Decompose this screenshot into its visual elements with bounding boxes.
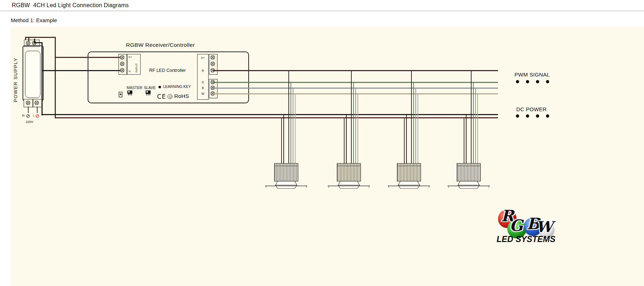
wire-vminus-to-controller — [42, 70, 120, 71]
wire-vplus-hook — [25, 37, 26, 40]
power-supply-label: POWER SUPPLY — [13, 49, 18, 102]
light1-wire-r — [288, 71, 289, 163]
terminal-n-label: N — [22, 114, 25, 117]
wire-vplus-psu-stub — [28, 37, 29, 41]
learning-key-led-icon — [158, 86, 161, 88]
light3-wire-g — [413, 83, 414, 163]
pb-free-icon — [167, 94, 172, 99]
controller-output-labels: V+ R G B W — [197, 54, 209, 100]
light2-wire-b — [355, 88, 356, 163]
learning-key-label: LEARNING KEY — [163, 84, 191, 89]
wire-dc-minus-bus — [42, 114, 498, 115]
pwm-signal-label: PWM SIGNAL — [514, 72, 550, 78]
light3-wire-w — [418, 94, 418, 163]
output-g-label: G — [197, 80, 208, 84]
connector-port-icon — [118, 92, 123, 98]
master-dip-switch-icon — [127, 90, 133, 96]
downlight — [265, 163, 308, 191]
voltage-label: 220V — [26, 120, 33, 124]
neutral-icon — [26, 114, 30, 118]
light1-wire-vminus — [283, 115, 284, 163]
input-vminus-label: V- — [128, 70, 131, 73]
wire-r-bus — [213, 70, 498, 71]
screw-icon — [120, 68, 125, 73]
screw-icon — [120, 61, 125, 66]
light1-wire-b — [293, 88, 293, 163]
psu-inner-panel — [25, 51, 40, 98]
screw-icon — [26, 41, 30, 45]
light3-wire-r — [411, 71, 412, 163]
light4-wire-w — [477, 94, 478, 163]
rohs-label: RoHS — [174, 93, 189, 99]
slave-label: SLAVE — [144, 85, 156, 90]
psu-n-lead — [28, 107, 29, 113]
light3-wire-vminus — [406, 115, 407, 163]
method-subtitle: Method 1: Example — [11, 17, 57, 23]
logo-letter-g: G — [509, 216, 523, 235]
light4-wire-vminus — [466, 115, 467, 163]
dc-power-dots — [516, 114, 549, 118]
light4-wire-b — [475, 88, 476, 163]
downlight — [387, 163, 430, 191]
diagram-page: RGBW 4CH Led Light Connection Diagrams M… — [0, 0, 644, 286]
screw-icon — [26, 100, 30, 105]
input-vplus-label: V+ — [128, 55, 132, 59]
output-r-label: R — [197, 69, 208, 73]
controller-input-labels: V+ V- INPUT — [127, 54, 141, 75]
light1-wire-vplus — [281, 118, 282, 163]
output-b-label: B — [197, 86, 208, 90]
terminal-l-label: L — [33, 114, 35, 117]
light1-wire-g — [291, 83, 291, 163]
light3-wire-vplus — [404, 118, 405, 163]
screw-icon — [120, 55, 125, 60]
wire-vplus-to-controller — [55, 57, 120, 58]
light2-wire-vplus — [344, 118, 345, 163]
controller-title: RGBW Receiver/Controller — [126, 42, 195, 48]
logo-letter-w: W — [536, 218, 553, 236]
page-title: RGBW 4CH Led Light Connection Diagrams — [12, 2, 129, 9]
live-icon — [35, 114, 39, 118]
downlight — [327, 163, 370, 191]
ce-mark: CE — [157, 93, 166, 100]
output-vplus-label: V+ — [197, 56, 208, 60]
pwm-signal-dots — [516, 80, 549, 83]
wire-dc-plus-bus — [55, 117, 498, 118]
psu-l-lead — [37, 107, 38, 113]
brand-logo: R G B W LED SYSTEMS — [496, 207, 566, 247]
light2-wire-w — [357, 94, 358, 163]
light2-wire-vminus — [346, 115, 347, 163]
light4-wire-g — [473, 83, 474, 163]
output-w-label: W — [197, 92, 208, 95]
light2-wire-g — [353, 83, 354, 163]
slave-dip-switch-icon — [145, 90, 151, 96]
input-label: INPUT — [135, 56, 138, 73]
wire-vplus-top — [25, 37, 56, 38]
light1-wire-w — [295, 94, 296, 163]
controller-name: RF LED Controller — [149, 68, 186, 73]
wire-g-bus — [213, 82, 498, 83]
terminal-divider — [33, 99, 33, 107]
light2-wire-r — [351, 71, 352, 163]
light4-wire-r — [471, 71, 472, 163]
wire-vplus-drop — [55, 37, 56, 118]
dc-power-label: DC POWER — [516, 106, 547, 112]
light3-wire-b — [415, 88, 416, 163]
screw-icon — [210, 61, 215, 66]
screw-icon — [34, 100, 39, 105]
master-label: MASTER — [127, 85, 142, 90]
wire-vminus-drop — [42, 42, 43, 115]
screw-icon — [210, 55, 215, 60]
logo-text: LED SYSTEMS — [497, 235, 556, 244]
light4-wire-vplus — [464, 118, 464, 163]
header-divider — [0, 11, 644, 11]
downlight — [447, 163, 490, 191]
